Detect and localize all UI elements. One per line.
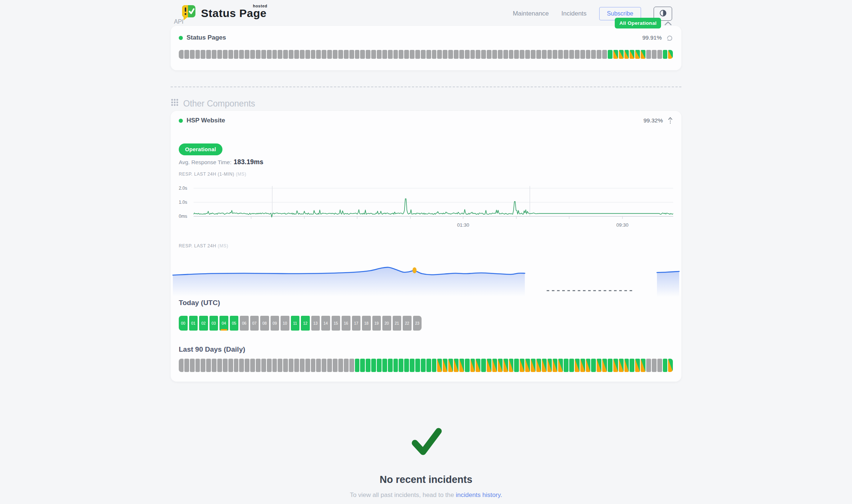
uptime-bar[interactable]	[602, 359, 607, 372]
hour-box-05[interactable]: 05	[230, 316, 239, 331]
uptime-bar[interactable]	[366, 50, 370, 59]
response-time-chart-1min[interactable]: 2.0s1.0s0ms 01:3009:30	[179, 185, 673, 230]
uptime-bar[interactable]	[492, 359, 497, 372]
uptime-bar[interactable]	[547, 359, 552, 372]
uptime-bar[interactable]	[261, 359, 266, 372]
uptime-bar[interactable]	[602, 50, 607, 59]
uptime-bar[interactable]	[223, 359, 228, 372]
uptime-bar[interactable]	[327, 359, 332, 372]
uptime-bar[interactable]	[399, 359, 403, 372]
uptime-bar[interactable]	[399, 50, 403, 59]
uptime-bar[interactable]	[630, 359, 634, 372]
uptime-bar[interactable]	[195, 359, 200, 372]
hour-box-21[interactable]: 21	[393, 316, 402, 331]
uptime-bar[interactable]	[586, 50, 591, 59]
uptime-bar[interactable]	[305, 50, 310, 59]
hour-box-14[interactable]: 14	[321, 316, 330, 331]
uptime-bar[interactable]	[564, 359, 568, 372]
uptime-bar[interactable]	[426, 359, 431, 372]
nav-incidents[interactable]: Incidents	[561, 10, 587, 17]
uptime-bar[interactable]	[575, 359, 580, 372]
uptime-bar[interactable]	[564, 50, 568, 59]
uptime-bar[interactable]	[322, 359, 326, 372]
uptime-bar[interactable]	[531, 50, 536, 59]
uptime-bar[interactable]	[349, 359, 354, 372]
uptime-bar[interactable]	[487, 50, 492, 59]
uptime-bar[interactable]	[630, 50, 634, 59]
hour-box-20[interactable]: 20	[382, 316, 391, 331]
uptime-bar[interactable]	[261, 50, 266, 59]
uptime-bar[interactable]	[465, 359, 470, 372]
uptime-bar[interactable]	[553, 359, 557, 372]
uptime-bar[interactable]	[355, 50, 360, 59]
uptime-bar[interactable]	[267, 50, 272, 59]
uptime-bar[interactable]	[338, 50, 343, 59]
uptime-bar[interactable]	[410, 359, 415, 372]
uptime-bar[interactable]	[388, 359, 393, 372]
uptime-bar[interactable]	[624, 359, 629, 372]
uptime-bar[interactable]	[234, 50, 239, 59]
uptime-bar[interactable]	[228, 359, 233, 372]
uptime-bar[interactable]	[448, 50, 453, 59]
uptime-bar[interactable]	[305, 359, 310, 372]
uptime-bar[interactable]	[509, 50, 514, 59]
uptime-bar[interactable]	[443, 50, 447, 59]
uptime-bar[interactable]	[663, 359, 668, 372]
uptime-bar[interactable]	[184, 50, 189, 59]
uptime-bar[interactable]	[184, 359, 189, 372]
uptime-bar[interactable]	[646, 50, 651, 59]
uptime-bar[interactable]	[333, 50, 338, 59]
uptime-bar[interactable]	[179, 50, 184, 59]
uptime-bar[interactable]	[514, 359, 519, 372]
uptime-bar[interactable]	[393, 50, 398, 59]
uptime-bar[interactable]	[201, 359, 205, 372]
uptime-bar[interactable]	[652, 50, 657, 59]
uptime-bar[interactable]	[569, 50, 574, 59]
uptime-bar[interactable]	[591, 359, 596, 372]
uptime-bar[interactable]	[481, 50, 486, 59]
uptime-bar[interactable]	[333, 359, 338, 372]
collapse-up-arrow-icon[interactable]	[667, 117, 673, 124]
uptime-bar[interactable]	[190, 359, 195, 372]
uptime-bar[interactable]	[300, 50, 305, 59]
uptime-bar[interactable]	[536, 50, 541, 59]
uptime-bar[interactable]	[415, 50, 420, 59]
uptime-bar[interactable]	[217, 50, 222, 59]
uptime-bar[interactable]	[426, 50, 431, 59]
uptime-bar[interactable]	[410, 50, 415, 59]
uptime-bar[interactable]	[657, 50, 662, 59]
uptime-bar[interactable]	[454, 359, 459, 372]
nav-maintenance[interactable]: Maintenance	[513, 10, 549, 17]
hour-box-16[interactable]: 16	[342, 316, 350, 331]
uptime-bar[interactable]	[344, 359, 349, 372]
chevron-up-icon[interactable]	[664, 21, 672, 26]
uptime-bar[interactable]	[481, 359, 486, 372]
refresh-icon[interactable]	[666, 35, 673, 41]
uptime-bar[interactable]	[520, 359, 524, 372]
uptime-bar[interactable]	[382, 359, 387, 372]
uptime-bar[interactable]	[234, 359, 239, 372]
uptime-bar[interactable]	[619, 359, 624, 372]
uptime-bar[interactable]	[586, 359, 591, 372]
hour-box-17[interactable]: 17	[352, 316, 361, 331]
hour-box-19[interactable]: 19	[372, 316, 381, 331]
uptime-bar[interactable]	[635, 359, 640, 372]
uptime-bar[interactable]	[404, 50, 409, 59]
hour-box-08[interactable]: 08	[260, 316, 269, 331]
uptime-bar[interactable]	[509, 359, 514, 372]
uptime-bar[interactable]	[206, 50, 211, 59]
uptime-bar[interactable]	[668, 50, 673, 59]
uptime-bar[interactable]	[487, 359, 492, 372]
hour-box-23[interactable]: 23	[413, 316, 422, 331]
uptime-bar[interactable]	[239, 50, 244, 59]
uptime-bar[interactable]	[212, 359, 217, 372]
hour-box-13[interactable]: 13	[311, 316, 320, 331]
uptime-bar[interactable]	[520, 50, 524, 59]
uptime-bar[interactable]	[289, 359, 293, 372]
uptime-bar[interactable]	[228, 50, 233, 59]
uptime-bar[interactable]	[404, 359, 409, 372]
uptime-bar[interactable]	[338, 359, 343, 372]
uptime-bar[interactable]	[377, 50, 382, 59]
uptime-bar[interactable]	[608, 50, 613, 59]
hour-box-11[interactable]: 11	[291, 316, 300, 331]
